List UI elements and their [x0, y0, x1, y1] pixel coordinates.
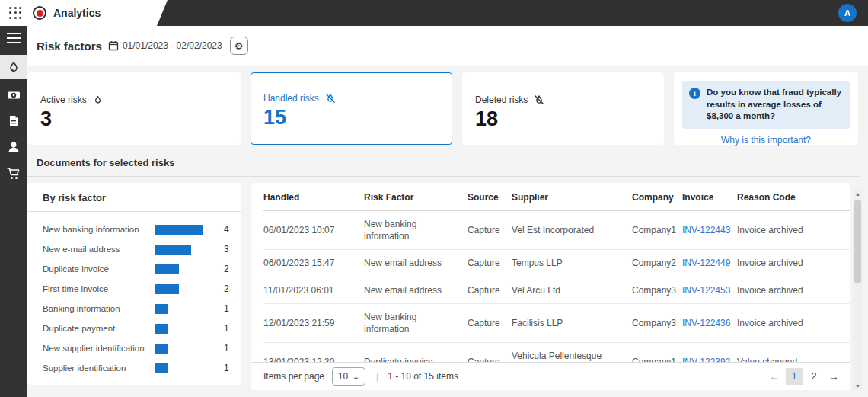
cell-supplier: Vel Est Incorporated [512, 211, 632, 250]
cell-reason-code: Invoice archived [737, 211, 850, 250]
chart-row[interactable]: New supplier identification 1 [43, 338, 228, 358]
items-per-page-value: 10 [338, 371, 348, 382]
chart-value: 3 [224, 244, 232, 255]
bar-fill [155, 225, 203, 235]
chart-row[interactable]: Duplicate payment 1 [43, 319, 228, 338]
settings-button[interactable]: ⚙ [230, 37, 248, 55]
chart-row[interactable]: First time invoice 2 [43, 279, 228, 299]
chart-row[interactable]: Duplicate invoice 2 [43, 259, 228, 279]
card-label: Handled risks [263, 93, 319, 104]
brand-logo-icon [33, 6, 46, 20]
bar-fill [155, 344, 168, 354]
sidebar [0, 26, 27, 397]
bar-fill [155, 304, 168, 314]
col-header-supplier[interactable]: Supplier [512, 183, 632, 211]
pagination-separator: | [376, 371, 378, 382]
document-icon [7, 114, 21, 128]
cash-icon [6, 88, 21, 103]
flame-icon [7, 60, 21, 74]
cell-reason-code: Invoice archived [737, 303, 850, 342]
cell-reason-code: Value changed [737, 343, 850, 362]
card-label: Deleted risks [475, 94, 528, 105]
sidebar-item-suppliers[interactable] [0, 134, 27, 160]
table-row[interactable]: 06/01/2023 10:07 New banking information… [263, 211, 850, 250]
table-row[interactable]: 13/01/2023 12:30 Duplicate invoice Captu… [263, 343, 850, 362]
info-box: i Do you know that fraud typically resul… [682, 81, 850, 129]
info-message: Do you know that fraud typically results… [707, 87, 843, 123]
bar-fill [155, 284, 179, 294]
invoice-link[interactable]: INV-122453 [682, 277, 737, 303]
flame-icon [93, 94, 103, 105]
col-header-reason-code[interactable]: Reason Code [737, 183, 850, 211]
invoice-link[interactable]: INV-122443 [682, 211, 737, 250]
col-header-handled[interactable]: Handled [263, 183, 364, 211]
scrollbar-thumb[interactable] [854, 200, 861, 283]
scroll-up-arrow-icon[interactable]: ▲ [853, 189, 863, 198]
chart-value: 2 [224, 264, 232, 274]
col-header-source[interactable]: Source [468, 183, 512, 211]
bar-track [155, 245, 224, 255]
cell-reason-code: Invoice archived [737, 250, 850, 277]
next-page-arrow-icon[interactable]: → [825, 368, 842, 385]
topbar: Analytics A [0, 0, 868, 26]
chart-row[interactable]: New banking information 4 [43, 219, 228, 239]
chart-row[interactable]: Banking information 1 [43, 299, 228, 319]
col-header-invoice[interactable]: Invoice [682, 183, 737, 211]
sidebar-item-documents[interactable] [0, 108, 27, 134]
col-header-risk-factor[interactable]: Risk Factor [364, 183, 468, 211]
table-row[interactable]: 11/01/2023 06:01 New email address Captu… [263, 277, 850, 303]
kpi-cards-row: Active risks 3 Handled risks 15 Deleted … [27, 72, 859, 145]
prev-page-arrow-icon[interactable]: ← [766, 368, 783, 385]
page-button-2[interactable]: 2 [806, 368, 822, 385]
date-range[interactable]: 01/01/2023 - 02/02/2023 [108, 40, 222, 51]
chart-row[interactable]: New e-mail address 3 [43, 239, 228, 259]
gear-icon: ⚙ [235, 40, 244, 52]
chart-value: 2 [224, 283, 232, 294]
sidebar-item-risk-factors[interactable] [0, 55, 27, 79]
chart-value: 1 [224, 303, 232, 314]
cell-company: Company3 [632, 303, 682, 342]
cell-risk-factor: New email address [364, 250, 468, 277]
app-launcher-icon[interactable] [9, 7, 22, 20]
sidebar-item-orders[interactable] [0, 160, 27, 186]
scroll-down-arrow-icon[interactable]: ▼ [853, 381, 863, 390]
card-active-risks[interactable]: Active risks 3 [27, 72, 241, 145]
chart-category-label: Supplier identification [43, 363, 155, 373]
items-per-page-select[interactable]: 10 ⌄ [332, 367, 365, 386]
table-row[interactable]: 12/01/2023 21:59 New banking information… [263, 303, 850, 342]
invoice-link[interactable]: INV-122392 [682, 343, 737, 362]
page-button-1[interactable]: 1 [786, 368, 803, 385]
invoice-link[interactable]: INV-122449 [682, 250, 737, 277]
cell-company: Company2 [632, 250, 682, 277]
bar-fill [155, 324, 168, 334]
chevron-down-icon: ⌄ [353, 375, 359, 378]
card-value: 15 [263, 107, 439, 130]
page-title: Risk factors [37, 40, 102, 53]
invoice-link[interactable]: INV-122436 [682, 303, 737, 342]
cell-reason-code: Invoice archived [737, 277, 850, 303]
cell-handled: 06/01/2023 10:07 [263, 211, 364, 250]
col-header-company[interactable]: Company [632, 183, 682, 211]
sidebar-menu-toggle[interactable] [0, 26, 27, 52]
card-handled-risks[interactable]: Handled risks 15 [251, 72, 452, 145]
sidebar-item-payments[interactable] [0, 82, 27, 108]
chart-row[interactable]: Supplier identification 1 [43, 358, 228, 378]
user-avatar[interactable]: A [838, 4, 857, 22]
card-deleted-risks[interactable]: Deleted risks 18 [462, 72, 664, 145]
table-row[interactable]: 06/01/2023 15:47 New email address Captu… [263, 250, 850, 277]
why-important-link[interactable]: Why is this important? [682, 135, 850, 146]
flame-off-icon [325, 93, 336, 104]
info-icon: i [689, 88, 700, 99]
bar-track [155, 284, 224, 294]
bar-track [155, 344, 224, 354]
cell-risk-factor: New banking information [364, 303, 468, 342]
user-icon [7, 140, 21, 154]
cell-source: Capture [468, 277, 512, 303]
menu-icon [7, 33, 21, 43]
cell-handled: 12/01/2023 21:59 [263, 303, 364, 342]
table-scroll-area[interactable]: Handled Risk Factor Source Supplier Comp… [251, 183, 850, 362]
section-divider [27, 176, 859, 177]
pagination-range-text: 1 - 10 of 15 items [388, 371, 458, 382]
cell-handled: 11/01/2023 06:01 [263, 277, 364, 303]
vertical-scrollbar[interactable]: ▲ ▼ [853, 189, 863, 390]
